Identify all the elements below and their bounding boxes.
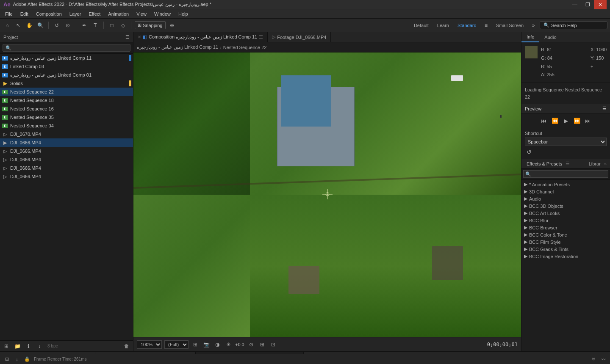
effects-category-bccimage[interactable]: ▶ BCC Image Restoration xyxy=(521,253,610,260)
effects-category-animation[interactable]: ▶ * Animation Presets xyxy=(521,181,610,188)
project-item[interactable]: ◧ Nested Sequence 04 xyxy=(0,121,133,130)
quality-select[interactable]: (Full) (Half) xyxy=(164,340,189,349)
shortcut-select[interactable]: Spacebar xyxy=(525,138,607,146)
project-search-input[interactable] xyxy=(3,44,130,52)
wave-icon[interactable]: 〰 xyxy=(600,356,607,363)
preview-menu-icon[interactable]: ☰ xyxy=(602,106,607,111)
fit-comp-icon[interactable]: ⊞ xyxy=(191,340,200,349)
workspace-more-icon[interactable]: » xyxy=(529,21,538,30)
project-menu-icon[interactable]: ☰ xyxy=(125,34,130,40)
workspace-menu-icon[interactable]: ≡ xyxy=(482,21,491,30)
tab-info[interactable]: Info xyxy=(521,32,539,42)
effects-category-3dchannel[interactable]: ▶ 3D Channel xyxy=(521,188,610,195)
last-frame-button[interactable]: ⏭ xyxy=(583,116,593,125)
menu-window[interactable]: Window xyxy=(151,11,174,17)
menu-help[interactable]: Help xyxy=(175,11,191,17)
pen-tool[interactable]: ✒ xyxy=(80,21,89,30)
workspace-standard[interactable]: Standard xyxy=(454,22,480,29)
workspace-default[interactable]: Default xyxy=(410,22,432,29)
menu-composition[interactable]: Composition xyxy=(33,11,65,17)
menu-edit[interactable]: Edit xyxy=(17,11,32,17)
effects-category-bccart[interactable]: ▶ BCC Art Looks xyxy=(521,210,610,217)
select-tool[interactable]: ↖ xyxy=(14,21,23,30)
effects-category-bccgrads[interactable]: ▶ BCC Grads & Tints xyxy=(521,245,610,253)
effects-category-bccfilm[interactable]: ▶ BCC Film Style xyxy=(521,238,610,245)
effects-tab-main[interactable]: Effects & Presets xyxy=(525,161,564,166)
project-item[interactable]: ◧ Nested Sequence 16 xyxy=(0,105,133,113)
close-button[interactable]: ✕ xyxy=(594,0,607,9)
interpret-icon[interactable]: ℹ xyxy=(24,342,33,351)
search-help-box[interactable]: 🔍 Search Help xyxy=(540,21,607,29)
hand-tool[interactable]: ✋ xyxy=(25,21,34,30)
effects-header-menu[interactable]: ☰ xyxy=(566,161,570,166)
show-channel-icon[interactable]: ◑ xyxy=(213,340,222,349)
project-item[interactable]: ▷ DJI_0666.MP4 xyxy=(0,164,133,172)
category-label: Audio xyxy=(529,196,541,201)
next-frame-button[interactable]: ⏩ xyxy=(572,116,582,125)
grid-icon[interactable]: ⊞ xyxy=(258,340,266,349)
shortcut-reset-icon[interactable]: ↺ xyxy=(525,148,533,156)
track-tool[interactable]: ⊕ xyxy=(167,21,177,30)
play-button[interactable]: ▶ xyxy=(561,116,571,125)
status-icon-1[interactable]: ⊞ xyxy=(3,356,10,363)
footage-icon: ▷ xyxy=(2,165,8,171)
tab-audio[interactable]: Audio xyxy=(539,32,561,42)
new-comp-icon[interactable]: ⊞ xyxy=(2,342,11,351)
snapshot-icon[interactable]: 📷 xyxy=(202,340,211,349)
zoom-select[interactable]: 100% 50% 200% xyxy=(137,340,162,349)
project-item[interactable]: ▷ DJI_0666.MP4 xyxy=(0,147,133,155)
menu-layer[interactable]: Layer xyxy=(66,11,85,17)
exposure-icon[interactable]: ☀ xyxy=(224,340,233,349)
import-icon[interactable]: ↓ xyxy=(35,342,44,351)
project-item-footage[interactable]: ▶ DJI_0666.MP4 xyxy=(0,138,133,147)
effects-category-bccbrowser[interactable]: ▶ BCC Browser xyxy=(521,224,610,231)
project-item[interactable]: ◧ زمین عباس - رودیارچیره Linked Comp 11 xyxy=(0,54,133,62)
effects-category-audio[interactable]: ▶ Audio xyxy=(521,195,610,202)
project-item[interactable]: ◧ Linked Comp 03 xyxy=(0,62,133,71)
reset-exposure-icon[interactable]: ⊙ xyxy=(247,340,255,349)
project-item[interactable]: ◧ زمین عباس - رودیارچیره Linked Comp 01 xyxy=(0,71,133,79)
minimize-button[interactable]: — xyxy=(568,0,581,9)
menu-file[interactable]: File xyxy=(2,11,16,17)
viewer-tab-footage[interactable]: ▷ Footage DJI_0666.MP4 xyxy=(268,32,331,42)
project-item[interactable]: ◧ Nested Sequence 18 xyxy=(0,96,133,105)
zoom-tool[interactable]: 🔍 xyxy=(36,21,45,30)
menu-view[interactable]: View xyxy=(133,11,150,17)
viewer-tab-menu[interactable]: ☰ xyxy=(259,34,263,40)
workspace-small-screen[interactable]: Small Screen xyxy=(493,22,527,29)
orbit-tool[interactable]: ⊙ xyxy=(63,21,72,30)
project-item[interactable]: ▷ DJI_0666.MP4 xyxy=(0,155,133,164)
flow-icon[interactable]: ≋ xyxy=(590,356,596,363)
mask-tool[interactable]: ◇ xyxy=(118,21,128,30)
rotate-tool[interactable]: ↺ xyxy=(52,21,61,30)
effects-more-icon[interactable]: » xyxy=(604,161,607,166)
project-item-nested-seq-22[interactable]: ◧ Nested Sequence 22 xyxy=(0,88,133,96)
maximize-button[interactable]: ❐ xyxy=(581,0,594,9)
status-icon-3[interactable]: 🔒 xyxy=(24,356,30,363)
titlebar-controls[interactable]: — ❐ ✕ xyxy=(568,0,607,9)
new-folder-icon[interactable]: 📁 xyxy=(13,342,22,351)
effects-category-bccblur[interactable]: ▶ BCC Blur xyxy=(521,217,610,224)
snapping-button[interactable]: ⊞ Snapping xyxy=(135,21,166,29)
project-item[interactable]: ▶ Solids xyxy=(0,79,133,88)
shape-tool[interactable]: □ xyxy=(107,21,116,30)
prev-frame-button[interactable]: ⏪ xyxy=(550,116,560,125)
first-frame-button[interactable]: ⏮ xyxy=(539,116,549,125)
viewer-tab-comp[interactable]: ✕ ◧ Composition زمین عباس - رودیارچیره L… xyxy=(133,32,268,42)
project-item[interactable]: ▷ DJI_0666.MP4 xyxy=(0,172,133,181)
viewer-tab-close-icon[interactable]: ✕ xyxy=(138,35,141,39)
menu-effect[interactable]: Effect xyxy=(85,11,104,17)
text-tool[interactable]: T xyxy=(91,21,100,30)
delete-icon[interactable]: 🗑 xyxy=(122,342,131,351)
effects-search-input[interactable] xyxy=(523,170,608,178)
menu-animation[interactable]: Animation xyxy=(105,11,132,17)
workspace-learn[interactable]: Learn xyxy=(434,22,452,29)
project-item[interactable]: ◧ Nested Sequence 05 xyxy=(0,113,133,121)
status-icon-2[interactable]: ↓ xyxy=(14,356,20,363)
home-tool[interactable]: ⌂ xyxy=(3,21,12,30)
effects-category-bcc3d[interactable]: ▶ BCC 3D Objects xyxy=(521,202,610,210)
effects-tab-library[interactable]: Librar xyxy=(587,161,602,166)
project-item[interactable]: ▷ DJI_0670.MP4 xyxy=(0,130,133,138)
effects-category-bcccolor[interactable]: ▶ BCC Color & Tone xyxy=(521,231,610,238)
region-icon[interactable]: ⊡ xyxy=(269,340,277,349)
